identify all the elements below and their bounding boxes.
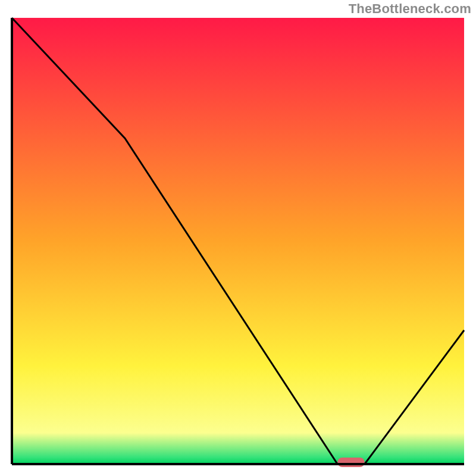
bottleneck-chart (0, 0, 476, 476)
attribution-label: TheBottleneck.com (349, 1, 471, 17)
plot-area (12, 18, 464, 467)
chart-container: TheBottleneck.com (0, 0, 476, 476)
plot-background (12, 18, 464, 464)
highlight-marker (337, 458, 365, 467)
